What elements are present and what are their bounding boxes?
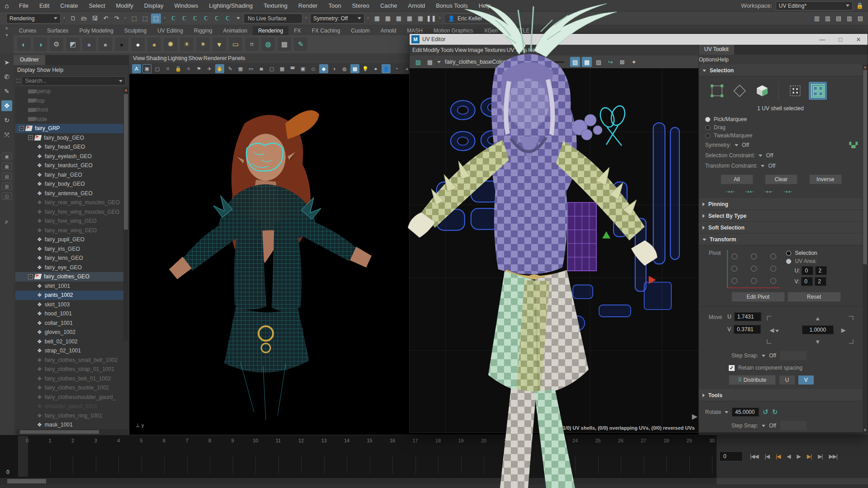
select-tool-icon[interactable]: ➤ <box>1 57 12 68</box>
section-divider[interactable] <box>306 14 307 23</box>
menu-modify[interactable]: Modify <box>111 0 139 12</box>
shelf-tab-rendering[interactable]: Rendering <box>253 26 288 35</box>
grid-icon[interactable]: ▦ <box>236 64 245 73</box>
step-forward-frame-button[interactable]: ▶| <box>817 453 823 460</box>
expand-toggle-icon[interactable]: − <box>28 135 33 140</box>
outliner-item[interactable]: −fairy_body_GEO <box>15 133 128 143</box>
camera-icon[interactable]: ⌗ <box>245 38 259 51</box>
transform-constraint-value[interactable]: Off <box>768 163 775 169</box>
channel-box-icon[interactable]: ▤ <box>855 14 865 23</box>
section-pinning[interactable]: Pinning <box>699 198 862 210</box>
undo-icon[interactable]: ↶ <box>101 14 111 23</box>
two-d-pan-zoom-icon[interactable]: ✋ <box>215 64 224 73</box>
camera-icon[interactable]: ⌗ <box>163 64 172 73</box>
toolkit-scrollbar[interactable]: ▲ ▼ <box>863 65 868 432</box>
outliner-scrollbar[interactable]: ▲ <box>123 88 128 341</box>
menu-render[interactable]: Render <box>293 0 323 12</box>
tool-settings-icon[interactable]: ▥ <box>844 14 854 23</box>
uv-editor-titlebar[interactable]: M UV Editor — □ ✕ <box>410 34 868 45</box>
outliner-item[interactable]: ❖fairy_fore_wing_muscles_GEO <box>15 207 128 217</box>
rotate-ccw-icon[interactable]: ↺ <box>763 408 769 416</box>
time-slider[interactable]: 0 01234567891011121314151617181920212223… <box>0 435 717 478</box>
menu-lighting-shading[interactable]: Lighting/Shading <box>203 0 258 12</box>
outliner-item[interactable]: top <box>15 96 128 106</box>
outliner-item[interactable]: persp <box>15 87 128 96</box>
outliner-item[interactable]: ❖mask_1001 <box>15 420 128 429</box>
play-forwards-button[interactable]: ▶ <box>796 453 802 460</box>
uv-menu-view[interactable]: View <box>455 47 467 53</box>
grow-loop-icon[interactable]: ⇢⇠ <box>764 189 774 195</box>
move-up-button[interactable]: ▲ <box>802 315 834 322</box>
symmetry-select[interactable]: Symmetry: Off <box>310 14 364 23</box>
lock-camera-icon[interactable]: 🔒 <box>174 64 183 73</box>
reset-pivot-button[interactable]: Reset <box>788 292 841 302</box>
menu-display[interactable]: Display <box>139 0 169 12</box>
scroll-right-icon[interactable]: ▶ <box>692 412 697 421</box>
selection-constraint-value[interactable]: Off <box>766 152 773 159</box>
outliner-item[interactable]: −fairy_clothes_GEO <box>15 272 128 282</box>
shelf-tab-custom[interactable]: Custom <box>345 26 375 35</box>
outliner-item[interactable]: ❖fairy_eyelash_GEO <box>15 152 128 161</box>
go-to-start-button[interactable]: |◀◀ <box>749 453 760 460</box>
shelf-tab-curves[interactable]: Curves <box>14 26 42 35</box>
shelf-tab-rigging[interactable]: Rigging <box>189 26 218 35</box>
outliner-hscrollbar[interactable] <box>15 429 128 435</box>
shelf-tab-fx-caching[interactable]: FX Caching <box>307 26 346 35</box>
move-tool-icon[interactable]: ✥ <box>1 100 12 111</box>
menu-stereo[interactable]: Stereo <box>347 0 375 12</box>
psd-network-icon[interactable]: ✦ <box>629 57 639 67</box>
render-current-frame-icon[interactable]: ◐ <box>17 38 31 51</box>
shelf-tab-surfaces[interactable]: Surfaces <box>42 26 74 35</box>
section-tools[interactable]: Tools <box>699 389 862 401</box>
filter-icon[interactable]: ⛶ <box>16 78 20 84</box>
viewport-menu-renderer[interactable]: Renderer <box>203 55 227 61</box>
shelf-menu-icon[interactable]: ≡▾ <box>2 26 12 53</box>
menu-cache[interactable]: Cache <box>375 0 403 12</box>
render-settings-icon[interactable]: ⚙ <box>50 38 63 51</box>
outliner-item[interactable]: ❖belt_02_1002 <box>15 337 128 347</box>
distribute-v-button[interactable]: V <box>798 375 814 385</box>
grow-selection-icon[interactable]: ⇢⇠ <box>783 189 793 195</box>
toolkit-menu-options[interactable]: Options <box>699 56 717 63</box>
smooth-shade-icon[interactable]: ◆ <box>319 64 328 73</box>
outliner-search-input[interactable]: Search... <box>22 76 126 85</box>
textured-icon[interactable]: ◑ <box>330 64 339 73</box>
outliner-item[interactable]: ❖shoulder_gaurd_1001 <box>15 402 128 411</box>
image-plane-icon[interactable]: ✈ <box>205 64 214 73</box>
standard-surface-sphere-icon[interactable]: ● <box>82 38 96 51</box>
hypershade-icon[interactable]: ◩ <box>66 38 80 51</box>
texture-checker-icon[interactable]: ▩ <box>278 38 291 51</box>
uv-editor-canvas[interactable]: (1/0) UV shells, (0/0) overlapping UVs, … <box>410 68 698 432</box>
step-back-frame-button[interactable]: |◀ <box>764 453 770 460</box>
section-selection[interactable]: Selection <box>699 65 862 76</box>
shadows-icon[interactable]: ● <box>371 64 380 73</box>
shrink-selection-icon[interactable]: ⇢⇠ <box>726 189 735 195</box>
section-divider[interactable] <box>368 14 368 23</box>
face-select-icon[interactable] <box>753 82 771 100</box>
outliner-item[interactable]: ❖pants_1002 <box>15 291 128 300</box>
uv-area-v-min[interactable]: 0 <box>801 277 813 286</box>
select-component-icon[interactable]: ⬚ <box>151 14 161 23</box>
texture-name-label[interactable]: fairy_clothes_baseColor <box>445 59 505 65</box>
rotate-cw-icon[interactable]: ↻ <box>772 408 778 416</box>
select-clear-button[interactable]: Clear <box>765 174 797 184</box>
blinn-sphere-icon[interactable]: ● <box>99 38 112 51</box>
outliner-item[interactable]: ❖fairy_clothes_small_belt_1002 <box>15 356 128 365</box>
select-all-button[interactable]: All <box>721 174 753 184</box>
zoom-tool-icon[interactable]: ⌕ <box>1 216 12 227</box>
retain-spacing-checkbox[interactable]: ✓ <box>729 365 735 371</box>
select-hierarchy-icon[interactable]: ⬚ <box>129 14 139 23</box>
image-dim-slider[interactable] <box>524 61 564 63</box>
move-u-field[interactable]: 1.7431 <box>734 312 761 321</box>
snap-point-icon[interactable]: Ꞇ <box>190 14 200 23</box>
outliner-item[interactable]: −fairy_GRP <box>15 124 128 133</box>
workspace-select[interactable]: UV Editing* <box>776 1 853 10</box>
move-down-button[interactable]: ▼ <box>802 338 834 345</box>
uv-menu-image[interactable]: Image <box>467 47 483 53</box>
checker-pattern-icon[interactable]: ▩ <box>425 57 435 67</box>
quick-render-icon[interactable]: ▦ <box>383 14 393 23</box>
lasso-tool-icon[interactable]: ✆ <box>1 71 12 82</box>
menu-set-select[interactable]: Rendering <box>6 14 61 23</box>
workspace-lock-icon[interactable]: 🔒 <box>856 2 863 9</box>
xray-icon[interactable]: ◔ <box>392 64 401 73</box>
